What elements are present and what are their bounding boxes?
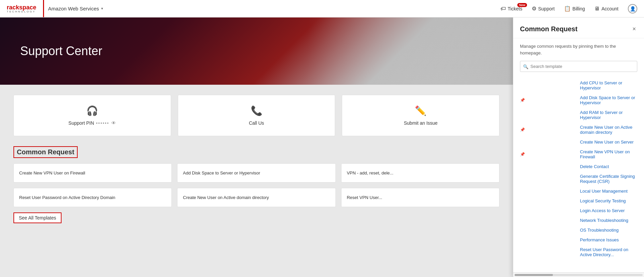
drawer-list: Add CPU to Server or Hypervisor📌Add Disk…: [513, 75, 644, 272]
drawer-list-item[interactable]: OS Troubleshooting: [513, 225, 644, 235]
support-cards-row: 🎧 Support PIN •••••• 👁 📞 Call Us ✏️ Subm…: [13, 95, 499, 136]
eye-icon[interactable]: 👁: [111, 120, 116, 126]
user-icon: 👤: [630, 6, 636, 11]
logo-tech: technology: [7, 10, 36, 13]
call-label: Call Us: [249, 120, 264, 126]
drawer-header: Common Request ×: [513, 17, 644, 38]
scroll-track: [515, 274, 643, 276]
see-all-templates-button[interactable]: See All Templates: [13, 212, 62, 223]
main-content: Support Center 🎧 Support PIN •••••• 👁 📞: [0, 17, 644, 277]
user-avatar[interactable]: 👤: [628, 4, 637, 13]
request-card-reset-pwd[interactable]: Reset User Password on Active Directory …: [13, 188, 172, 207]
drawer-list-item[interactable]: Network Troubleshooting: [513, 215, 644, 225]
pin-icon: 📌: [520, 152, 577, 157]
drawer-list-item[interactable]: 📌Create New VPN User on Firewall: [513, 147, 644, 162]
drawer-list-item[interactable]: Login Access to Server: [513, 206, 644, 215]
section-title: Common Request: [13, 146, 78, 158]
common-request-section: Common Request Create New VPN User on Fi…: [13, 146, 499, 223]
drawer-item-label: Network Troubleshooting: [580, 218, 638, 223]
drawer-list-item[interactable]: Performance Issues: [513, 235, 644, 245]
request-grid: Create New VPN User on Firewall Add Disk…: [13, 163, 499, 207]
chevron-down-icon: ▾: [101, 6, 103, 11]
call-us-card[interactable]: 📞 Call Us: [178, 95, 335, 136]
drawer-item-label: Create New User on Server: [580, 140, 638, 145]
nav-support-label: Support: [538, 6, 555, 11]
ticket-icon: 🏷: [500, 6, 506, 12]
drawer-list-item[interactable]: 📌Add Disk Space to Server or Hypervisor: [513, 93, 644, 108]
drawer-item-label: Add Disk Space to Server or Hypervisor: [580, 95, 638, 105]
drawer-item-label: Performance Issues: [580, 237, 638, 242]
scroll-thumb: [515, 274, 553, 276]
hero-banner: Support Center: [0, 17, 513, 85]
pin-icon: 📌: [520, 98, 577, 103]
left-panel: Support Center 🎧 Support PIN •••••• 👁 📞: [0, 17, 513, 277]
search-input[interactable]: [520, 61, 637, 72]
support-pin-card[interactable]: 🎧 Support PIN •••••• 👁: [13, 95, 171, 136]
headset-icon: 🎧: [86, 105, 98, 116]
drawer-list-item[interactable]: Generate Certificate Signing Request (CS…: [513, 171, 644, 186]
pencil-icon: ✏️: [415, 105, 427, 116]
request-card-disk-space[interactable]: Add Disk Space to Server or Hypervisor: [177, 163, 335, 183]
service-selector[interactable]: Amazon Web Services ▾: [43, 0, 103, 17]
logo-rack: rackspace: [7, 4, 36, 10]
page-title: Support Center: [20, 44, 102, 58]
drawer-item-label: Reset User Password on Active Directory.…: [580, 247, 638, 257]
request-card-reset-vpn[interactable]: Reset VPN User...: [341, 188, 499, 207]
logo[interactable]: rackspace technology: [7, 4, 36, 13]
drawer-item-label: Delete Contact: [580, 164, 638, 169]
drawer-subtitle: Manage common requests by pinning them t…: [513, 38, 644, 61]
search-container: 🔍: [520, 61, 637, 72]
phone-icon: 📞: [251, 105, 263, 116]
drawer-list-item[interactable]: Add CPU to Server or Hypervisor: [513, 78, 644, 93]
nav-account-label: Account: [601, 6, 618, 11]
drawer-item-label: Login Access to Server: [580, 208, 638, 213]
close-icon[interactable]: ×: [631, 24, 637, 34]
pin-icon: 📌: [520, 127, 577, 132]
drawer-list-item[interactable]: Create New User on Server: [513, 137, 644, 147]
new-badge: New: [517, 3, 527, 7]
nav-right: 🏷 Tickets New ⚙ Support 📋 Billing 🖥 Acco…: [500, 4, 637, 13]
drawer-list-item[interactable]: 📌Create New User on Active domain direct…: [513, 122, 644, 137]
service-label: Amazon Web Services: [48, 6, 99, 11]
request-card-new-user-ad[interactable]: Create New User on Active domain directo…: [177, 188, 335, 207]
drawer-item-label: OS Troubleshooting: [580, 228, 638, 233]
submit-issue-card[interactable]: ✏️ Submit an Issue: [342, 95, 499, 136]
drawer-item-label: Add CPU to Server or Hypervisor: [580, 80, 638, 90]
drawer-list-item[interactable]: Delete Contact: [513, 162, 644, 171]
common-request-drawer: Common Request × Manage common requests …: [513, 17, 644, 277]
hero-overlay: [308, 17, 513, 85]
drawer-list-item[interactable]: Reset User Password on Active Directory.…: [513, 245, 644, 260]
drawer-item-label: Logical Security Testing: [580, 198, 638, 203]
nav-billing[interactable]: 📋 Billing: [564, 5, 585, 12]
drawer-item-label: Create New User on Active domain directo…: [580, 125, 638, 135]
drawer-title: Common Request: [520, 25, 577, 33]
cards-area: 🎧 Support PIN •••••• 👁 📞 Call Us ✏️ Subm…: [0, 85, 513, 233]
drawer-item-label: Local User Management: [580, 189, 638, 194]
pin-stars: ••••••: [96, 121, 109, 126]
pin-label: Support PIN: [69, 120, 94, 126]
nav-billing-label: Billing: [572, 6, 585, 11]
request-card-vpn-reset[interactable]: VPN - add, reset, dele...: [341, 163, 499, 183]
support-icon: ⚙: [532, 5, 536, 12]
drawer-item-label: Add RAM to Server or Hypervisor: [580, 110, 638, 120]
drawer-list-item[interactable]: Logical Security Testing: [513, 196, 644, 206]
nav-support[interactable]: ⚙ Support: [532, 5, 555, 12]
search-icon: 🔍: [523, 64, 528, 69]
drawer-list-item[interactable]: Add RAM to Server or Hypervisor: [513, 108, 644, 122]
submit-label: Submit an Issue: [404, 120, 437, 126]
drawer-list-item[interactable]: Local User Management: [513, 186, 644, 196]
nav-tickets[interactable]: 🏷 Tickets New: [500, 6, 522, 12]
drawer-item-label: Generate Certificate Signing Request (CS…: [580, 174, 638, 184]
account-icon: 🖥: [594, 6, 600, 12]
nav-account[interactable]: 🖥 Account: [594, 6, 618, 12]
billing-icon: 📋: [564, 5, 571, 12]
drawer-item-label: Create New VPN User on Firewall: [580, 149, 638, 159]
navbar: rackspace technology Amazon Web Services…: [0, 0, 644, 17]
request-card-vpn-firewall[interactable]: Create New VPN User on Firewall: [13, 163, 172, 183]
scroll-footer: [513, 272, 644, 277]
